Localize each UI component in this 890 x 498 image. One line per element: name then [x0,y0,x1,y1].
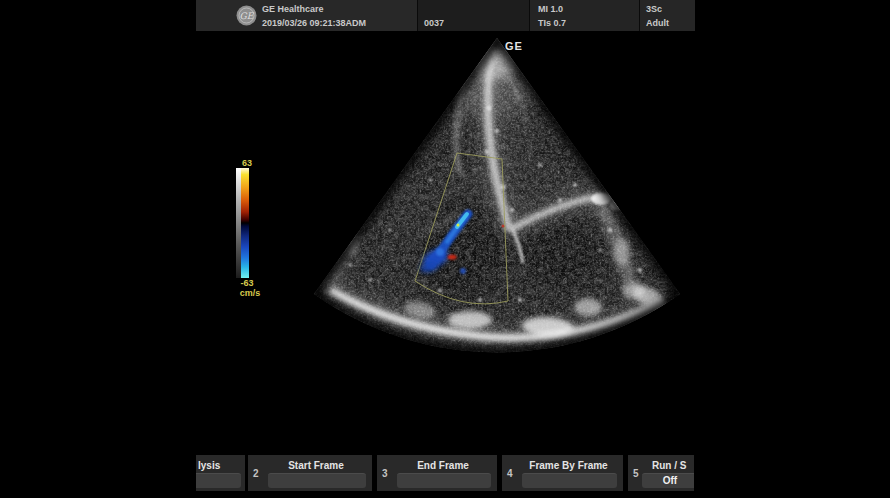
colorbar [236,168,249,278]
softkey-analysis-label: lysis [198,460,220,471]
exam-datetime: 2019/03/26 09:21:38ADM [262,18,366,28]
softkey-start-frame-number: 2 [253,468,259,479]
ultrasound-screen: GE 63 -63 cm/s GE GE Healthcare 2019/03/… [0,0,890,498]
softkey-run-stop[interactable]: 5 Run / S Off [628,455,694,491]
softkey-analysis[interactable]: lysis [196,455,245,491]
header-acoustic-section: MI 1.0 TIs 0.7 [529,0,640,31]
patient-category: Adult [646,18,669,28]
header-identity-section: GE GE Healthcare 2019/03/26 09:21:38ADM [196,0,417,31]
image-number: 0037 [424,18,444,28]
ge-watermark: GE [505,40,523,52]
softkey-analysis-button[interactable] [196,473,241,488]
ge-logo-icon: GE [236,5,257,26]
softkey-start-frame[interactable]: 2 Start Frame [248,455,372,491]
softkey-bar: lysis 2 Start Frame 3 End Frame 4 Frame … [196,455,694,491]
softkey-end-frame[interactable]: 3 End Frame [377,455,497,491]
echo-image [0,0,890,498]
header-image-number-section: 0037 [417,0,530,31]
probe-name: 3Sc [646,4,662,14]
colorbar-max-label: 63 [234,158,260,168]
mi-value: MI 1.0 [538,4,563,14]
header-probe-section: 3Sc Adult [639,0,695,31]
softkey-end-frame-label: End Frame [393,460,493,471]
colorbar-min-label: -63 [232,278,262,288]
softkey-frame-by-frame-number: 4 [507,468,513,479]
brand-name: GE Healthcare [262,4,324,14]
softkey-end-frame-button[interactable] [397,473,491,488]
velocity-color-bar [241,168,249,278]
softkey-start-frame-button[interactable] [268,473,366,488]
softkey-frame-by-frame[interactable]: 4 Frame By Frame [502,455,623,491]
softkey-run-stop-label: Run / S [652,460,686,471]
grayscale-bar [236,168,241,278]
colorbar-unit-label: cm/s [234,288,266,298]
svg-text:GE: GE [240,11,255,21]
softkey-start-frame-label: Start Frame [264,460,368,471]
softkey-end-frame-number: 3 [382,468,388,479]
softkey-run-stop-number: 5 [633,468,639,479]
softkey-run-stop-button[interactable]: Off [642,473,694,488]
header-bar: GE GE Healthcare 2019/03/26 09:21:38ADM … [196,0,694,31]
softkey-frame-by-frame-label: Frame By Frame [518,460,619,471]
tis-value: TIs 0.7 [538,18,566,28]
softkey-frame-by-frame-button[interactable] [522,473,617,488]
